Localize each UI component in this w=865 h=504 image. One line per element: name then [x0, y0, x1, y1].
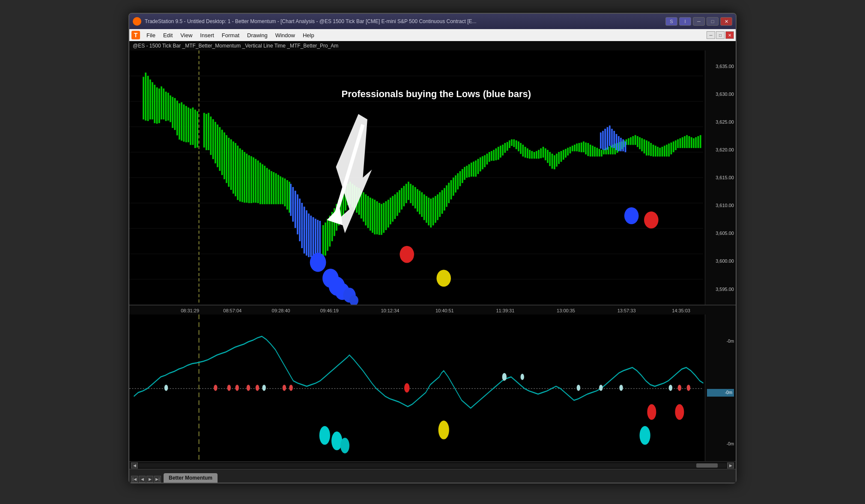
svg-rect-89: [317, 220, 318, 257]
x-label-0831: 08:31:29: [181, 308, 199, 313]
svg-rect-92: [325, 222, 326, 255]
inner-window-controls: ─ □ ✕: [707, 31, 734, 39]
svg-rect-166: [491, 151, 492, 160]
svg-rect-135: [421, 193, 423, 217]
svg-point-297: [227, 385, 231, 391]
svg-rect-123: [394, 195, 396, 219]
svg-rect-60: [253, 157, 254, 202]
svg-rect-201: [570, 147, 571, 153]
svg-rect-83: [304, 207, 305, 253]
svg-rect-47: [224, 133, 225, 179]
svg-rect-134: [419, 191, 421, 214]
svg-rect-29: [179, 104, 180, 139]
svg-rect-20: [158, 89, 160, 123]
svg-rect-213: [597, 148, 598, 157]
svg-rect-171: [502, 145, 504, 155]
svg-rect-237: [650, 143, 652, 156]
s-button[interactable]: S: [665, 17, 677, 26]
svg-rect-64: [262, 164, 263, 204]
nav-next[interactable]: ▶: [146, 476, 153, 483]
svg-rect-48: [226, 135, 227, 183]
i-button[interactable]: I: [679, 17, 691, 26]
svg-rect-228: [630, 137, 632, 145]
svg-rect-78: [292, 187, 294, 221]
svg-rect-267: [616, 134, 617, 150]
x-axis: 08:31:29 08:57:04 09:28:40 09:46:19 10:1…: [129, 305, 736, 314]
inner-maximize[interactable]: □: [716, 31, 725, 39]
menu-insert[interactable]: Insert: [197, 31, 218, 39]
svg-rect-120: [388, 200, 389, 227]
svg-rect-128: [406, 184, 407, 203]
inner-minimize[interactable]: ─: [707, 31, 715, 39]
svg-rect-79: [295, 191, 296, 228]
svg-rect-160: [477, 159, 479, 174]
svg-rect-50: [230, 139, 232, 190]
app-menu-logo: T: [131, 30, 140, 40]
menu-help[interactable]: Help: [299, 31, 318, 39]
nav-last[interactable]: ▶|: [154, 476, 161, 483]
svg-rect-51: [233, 142, 234, 193]
svg-rect-163: [484, 155, 486, 167]
svg-rect-117: [381, 204, 382, 235]
app-logo: [133, 17, 141, 26]
svg-rect-133: [417, 189, 418, 211]
svg-rect-208: [585, 142, 587, 154]
svg-rect-40: [208, 113, 209, 150]
close-button[interactable]: ✕: [720, 17, 732, 26]
svg-rect-28: [176, 101, 178, 135]
menu-window[interactable]: Window: [272, 31, 298, 39]
scroll-thumb[interactable]: [696, 463, 718, 468]
svg-rect-193: [552, 154, 553, 169]
svg-rect-72: [280, 177, 281, 204]
menu-edit[interactable]: Edit: [160, 31, 176, 39]
indicator-chart-svg: [129, 314, 736, 461]
svg-rect-148: [450, 180, 452, 199]
svg-rect-88: [315, 219, 316, 257]
svg-rect-33: [188, 108, 189, 142]
svg-point-275: [310, 253, 326, 272]
svg-rect-192: [549, 152, 551, 166]
svg-rect-184: [531, 151, 533, 158]
x-label-1357: 13:57:33: [617, 308, 636, 313]
svg-rect-115: [376, 202, 378, 234]
svg-point-294: [619, 385, 623, 391]
svg-rect-200: [567, 148, 569, 155]
x-label-0857: 08:57:04: [223, 308, 242, 313]
svg-rect-69: [273, 172, 274, 204]
svg-rect-59: [251, 157, 252, 203]
x-label-1139: 11:39:31: [496, 308, 514, 313]
menu-drawing[interactable]: Drawing: [244, 31, 271, 39]
scroll-track[interactable]: [139, 463, 726, 468]
window-title: TradeStation 9.5 - Untitled Desktop: 1 -…: [145, 18, 665, 24]
svg-rect-31: [183, 104, 185, 142]
menu-file[interactable]: File: [143, 31, 159, 39]
svg-rect-262: [605, 129, 606, 150]
menu-view[interactable]: View: [177, 31, 196, 39]
svg-rect-58: [248, 155, 250, 203]
price-scale: 3,635.00 3,630.00 3,625.00 3,620.00 3,61…: [705, 50, 736, 305]
chart-scrollbar[interactable]: ◀ ▶: [129, 461, 736, 469]
maximize-button[interactable]: □: [707, 17, 719, 26]
svg-rect-173: [507, 142, 508, 151]
nav-prev[interactable]: ◀: [139, 476, 146, 483]
svg-rect-229: [632, 136, 634, 145]
svg-point-298: [236, 385, 239, 391]
tab-bar: |◀ ◀ ▶ ▶| Better Momentum: [129, 469, 736, 483]
inner-close[interactable]: ✕: [725, 31, 734, 39]
svg-rect-52: [235, 143, 236, 196]
upper-chart: Professionals buying the Lows (blue bars…: [129, 50, 736, 305]
nav-first[interactable]: |◀: [131, 476, 138, 483]
svg-rect-181: [525, 147, 526, 157]
minimize-button[interactable]: ─: [693, 17, 705, 26]
scroll-left[interactable]: ◀: [131, 462, 138, 468]
chart-tab[interactable]: Better Momentum: [164, 473, 218, 483]
svg-rect-247: [673, 142, 674, 152]
svg-rect-54: [239, 148, 241, 202]
svg-rect-174: [509, 140, 510, 148]
svg-rect-87: [313, 217, 314, 257]
svg-rect-162: [482, 157, 483, 169]
menu-format[interactable]: Format: [218, 31, 243, 39]
scroll-right[interactable]: ▶: [727, 462, 734, 468]
svg-rect-212: [594, 147, 596, 156]
svg-rect-155: [466, 166, 468, 178]
